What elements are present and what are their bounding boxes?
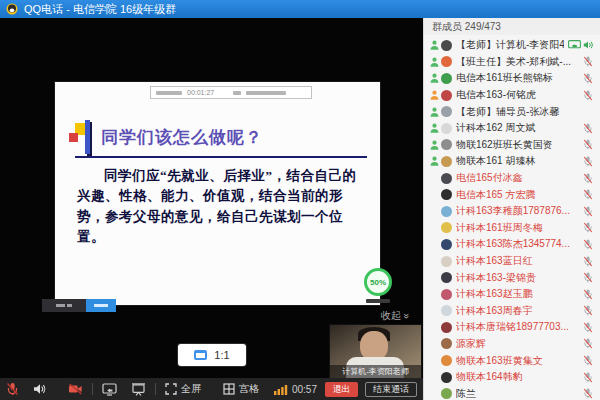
member-row[interactable]: 源家辉: [424, 336, 600, 353]
member-name: 电信本163-何铭虎: [456, 88, 579, 102]
share-tip-bar[interactable]: [42, 299, 116, 312]
mic-muted-icon: [583, 189, 593, 200]
speaker-button[interactable]: [33, 378, 46, 400]
share-toolbar[interactable]: 00:01:27: [150, 86, 312, 99]
avatar: [441, 355, 452, 366]
member-row[interactable]: 陈兰: [424, 385, 600, 400]
member-count-header: 群成员 249/473: [424, 18, 600, 35]
speaker-on-icon: [583, 40, 593, 50]
member-mic-status-icon: [583, 90, 593, 101]
member-name: 物联本164韩豹: [456, 370, 579, 384]
teacher-video-thumbnail[interactable]: 计算机-李资阳老师: [330, 325, 421, 378]
member-name: 计科本163赵玉鹏: [456, 287, 579, 301]
speed-badge-subtext: [366, 299, 390, 303]
member-mic-status-icon: [568, 40, 593, 50]
member-row[interactable]: 电信本163-何铭虎: [424, 87, 600, 104]
member-row[interactable]: 计科本162 周文斌: [424, 120, 600, 137]
member-row[interactable]: 计科本163赵玉鹏: [424, 286, 600, 303]
mic-muted-icon: [583, 372, 593, 383]
avatar: [441, 123, 452, 134]
ratio-1-1-button[interactable]: 1:1: [178, 344, 246, 366]
fullscreen-button[interactable]: 全屏: [165, 378, 201, 400]
avatar: [441, 256, 452, 267]
end-call-button[interactable]: 结束通话: [365, 382, 417, 397]
member-row[interactable]: 物联本163班黄集文: [424, 352, 600, 369]
member-mic-status-icon: [583, 189, 593, 200]
member-name: 电信本161班长熊锦标: [456, 71, 579, 85]
member-name: 计科本163蓝日红: [456, 254, 579, 268]
member-row[interactable]: 计科本163-梁锦贵: [424, 269, 600, 286]
member-row[interactable]: 计科本163陈杰1345774...: [424, 236, 600, 253]
mic-muted-icon: [583, 388, 593, 399]
member-row[interactable]: 计科163李稚颜1787876...: [424, 203, 600, 220]
member-row[interactable]: 计科本唐瑞铭18977703...: [424, 319, 600, 336]
avatar: [441, 289, 452, 300]
mic-muted-icon: [583, 239, 593, 250]
avatar: [441, 56, 452, 67]
member-mic-status-icon: [583, 139, 593, 150]
mic-muted-button[interactable]: [6, 378, 19, 400]
member-mic-status-icon: [583, 56, 593, 67]
avatar: [441, 139, 452, 150]
member-mic-status-icon: [583, 355, 593, 366]
mic-muted-icon: [583, 355, 593, 366]
member-row[interactable]: 电信165付冰鑫: [424, 170, 600, 187]
online-status-person-icon: [430, 156, 441, 166]
whiteboard-button[interactable]: [131, 378, 146, 400]
avatar: [441, 189, 452, 200]
mic-muted-icon: [583, 206, 593, 217]
grid-view-button[interactable]: 宫格: [223, 378, 259, 400]
window-title: QQ电话 - 电信学院 16级年级群: [24, 2, 176, 17]
member-row[interactable]: 电信本161班长熊锦标: [424, 70, 600, 87]
avatar: [441, 388, 452, 399]
avatar: [441, 106, 452, 117]
member-name: 物联本163班黄集文: [456, 354, 579, 368]
main-call-area: 00:01:27 同学们该怎么做呢？ 同学们应“先就业、后择业”，结合自己的兴趣…: [0, 18, 423, 378]
member-name: 物联162班班长黄国资: [456, 138, 579, 152]
member-name: 电信本165 方宏腾: [456, 188, 579, 202]
member-row[interactable]: 物联162班班长黄国资: [424, 137, 600, 154]
call-toolbar: 全屏 宫格 00:57 退出 结束通话: [0, 378, 423, 400]
member-row[interactable]: 电信本165 方宏腾: [424, 186, 600, 203]
member-name: 源家辉: [456, 337, 579, 351]
member-list[interactable]: 【老师】计算机-李资阳4... 【班主任】美术-郑利斌-... 电信本161班长…: [424, 37, 600, 400]
mic-muted-icon: [583, 322, 593, 333]
member-row[interactable]: 计科本161班周冬梅: [424, 220, 600, 237]
share-toolbar-text: [156, 91, 182, 95]
member-row[interactable]: 物联本161 胡臻林: [424, 153, 600, 170]
avatar: [441, 338, 452, 349]
online-status-person-icon: [430, 123, 441, 133]
chevron-down-icon: »: [401, 313, 411, 319]
slide-body-text: 同学们应“先就业、后择业”，结合自己的兴趣、性格、能力、价值观，结合当前的形势，…: [77, 166, 365, 247]
member-name: 【老师】计算机-李资阳4...: [456, 38, 564, 52]
member-row[interactable]: 【老师】辅导员-张冰馨: [424, 103, 600, 120]
exit-button[interactable]: 退出: [325, 382, 358, 397]
collapse-button[interactable]: 收起 »: [381, 309, 409, 323]
member-mic-status-icon: [583, 338, 593, 349]
avatar: [441, 305, 452, 316]
member-row[interactable]: 计科本163蓝日红: [424, 253, 600, 270]
member-row[interactable]: 计科本163周春宇: [424, 303, 600, 320]
member-name: 电信165付冰鑫: [456, 171, 579, 185]
mic-muted-icon: [583, 272, 593, 283]
member-mic-status-icon: [583, 372, 593, 383]
ratio-label: 1:1: [214, 349, 229, 361]
member-name: 计科本161班周冬梅: [456, 221, 579, 235]
network-speed-badge[interactable]: 50%: [364, 268, 392, 296]
mic-muted-icon: [583, 90, 593, 101]
tip-action-button[interactable]: [86, 299, 116, 312]
camera-muted-button[interactable]: [68, 378, 83, 400]
member-row[interactable]: 【班主任】美术-郑利斌-...: [424, 54, 600, 71]
member-row[interactable]: 【老师】计算机-李资阳4...: [424, 37, 600, 54]
member-sidebar: 群成员 249/473 【老师】计算机-李资阳4... 【班主任】美术-郑利斌-…: [423, 18, 600, 400]
member-mic-status-icon: [583, 388, 593, 399]
slide-divider-line: [75, 156, 367, 158]
qq-call-window: QQ电话 - 电信学院 16级年级群 00:01:27 同学们该怎么做呢？ 同学…: [0, 0, 600, 400]
member-name: 计科本163周春宇: [456, 304, 579, 318]
screen-share-button[interactable]: [102, 378, 117, 400]
member-mic-status-icon: [583, 272, 593, 283]
online-status-person-icon: [430, 140, 441, 150]
online-status-person-icon: [430, 73, 441, 83]
member-row[interactable]: 物联本164韩豹: [424, 369, 600, 386]
share-toolbar-text2: [246, 91, 286, 95]
